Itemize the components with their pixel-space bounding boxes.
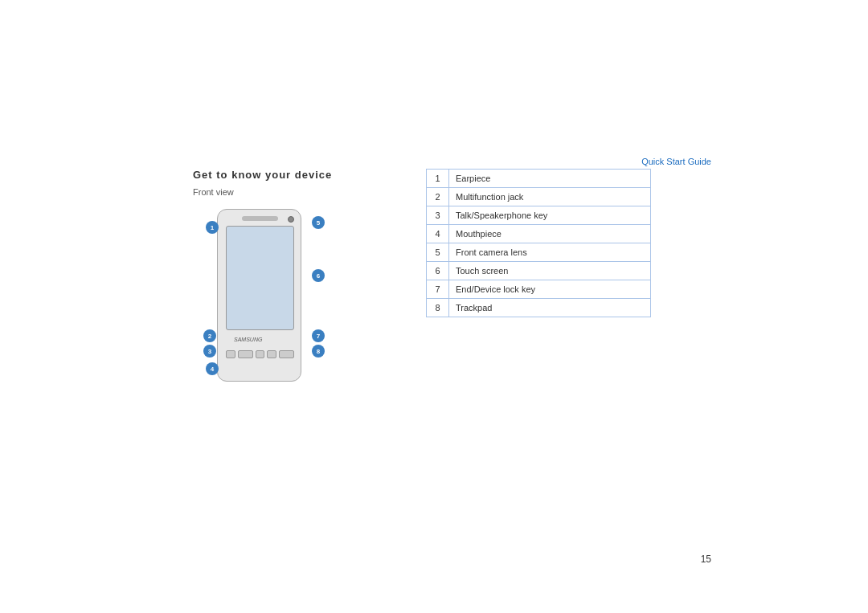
phone-btn-5: [279, 350, 294, 358]
row-label: Mouthpiece: [449, 225, 651, 243]
row-number: 5: [427, 243, 449, 262]
phone-body: SAMSUNG: [217, 209, 301, 382]
page-container: Quick Start Guide Get to know your devic…: [0, 0, 868, 613]
row-number: 3: [427, 206, 449, 225]
callout-5: 5: [312, 216, 325, 229]
callout-2: 2: [203, 329, 216, 342]
table-row: 5Front camera lens: [427, 243, 651, 262]
callout-3: 3: [203, 345, 216, 358]
row-label: End/Device lock key: [449, 280, 651, 299]
row-number: 2: [427, 188, 449, 206]
phone-camera: [288, 216, 294, 223]
phone-buttons: [226, 348, 294, 361]
callout-8: 8: [312, 345, 325, 358]
row-number: 1: [427, 170, 449, 188]
row-label: Front camera lens: [449, 243, 651, 262]
table-row: 2Multifunction jack: [427, 188, 651, 206]
row-label: Talk/Speakerphone key: [449, 206, 651, 225]
callout-1: 1: [206, 221, 219, 234]
table-row: 7End/Device lock key: [427, 280, 651, 299]
quick-start-guide-label: Quick Start Guide: [641, 157, 711, 166]
phone-illustration: SAMSUNG 1 5 6 2 7 3 8: [201, 205, 330, 398]
row-number: 8: [427, 299, 449, 317]
row-number: 4: [427, 225, 449, 243]
phone-btn-3: [256, 350, 265, 358]
callout-6: 6: [312, 269, 325, 282]
table-row: 6Touch screen: [427, 262, 651, 280]
parts-table: 1Earpiece2Multifunction jack3Talk/Speake…: [426, 169, 651, 317]
page-number: 15: [701, 554, 711, 565]
table-row: 8Trackpad: [427, 299, 651, 317]
table-row: 4Mouthpiece: [427, 225, 651, 243]
left-section: Get to know your device Front view SAMSU…: [193, 169, 386, 398]
table-row: 1Earpiece: [427, 170, 651, 188]
phone-logo: SAMSUNG: [234, 337, 286, 342]
table-row: 3Talk/Speakerphone key: [427, 206, 651, 225]
row-label: Multifunction jack: [449, 188, 651, 206]
phone-btn-2: [238, 350, 253, 358]
callout-4: 4: [206, 362, 219, 375]
parts-table-section: 1Earpiece2Multifunction jack3Talk/Speake…: [426, 169, 651, 317]
row-label: Trackpad: [449, 299, 651, 317]
row-label: Earpiece: [449, 170, 651, 188]
row-number: 6: [427, 262, 449, 280]
phone-btn-4: [267, 350, 276, 358]
phone-speaker: [242, 216, 278, 221]
phone-btn-1: [226, 350, 235, 358]
row-label: Touch screen: [449, 262, 651, 280]
callout-7: 7: [312, 329, 325, 342]
phone-screen: [226, 226, 294, 330]
section-title: Get to know your device: [193, 169, 386, 181]
front-view-label: Front view: [193, 187, 386, 197]
row-number: 7: [427, 280, 449, 299]
